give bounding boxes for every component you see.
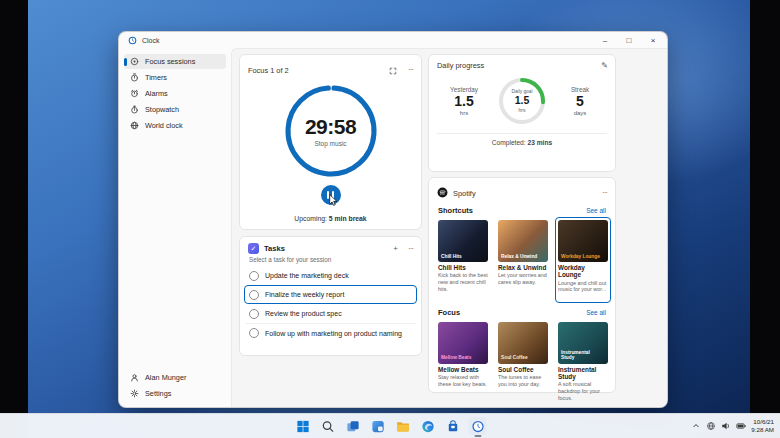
sidebar-item-timers[interactable]: Timers <box>124 70 226 85</box>
album-art-label: Mellow Beats <box>441 355 483 360</box>
stat-value: 5 <box>560 93 600 109</box>
sidebar-item-label: Stopwatch <box>145 105 179 114</box>
focus-header: Focus 1 of 2 <box>248 66 384 75</box>
task-radio[interactable] <box>249 328 259 338</box>
album-art: Workday Lounge <box>558 220 608 262</box>
taskbar: 10/6/21 9:28 AM <box>0 413 780 438</box>
focus-session-card: Focus 1 of 2 ··· 29:58 Stop music <box>239 54 422 230</box>
window-title: Clock <box>142 37 160 44</box>
add-task-icon[interactable]: + <box>393 245 397 253</box>
titlebar[interactable]: Clock – □ × <box>119 32 667 48</box>
album-art-label: Relax & Unwind <box>501 254 543 259</box>
close-button[interactable]: × <box>641 32 665 48</box>
playlist-card-relax-unwind[interactable]: Relax & Unwind Relax & Unwind Let your w… <box>495 217 551 303</box>
task-item[interactable]: Follow up with marketing on product nami… <box>245 323 416 342</box>
sidebar-item-alarms[interactable]: Alarms <box>124 86 226 101</box>
clock-app-taskbar-icon[interactable] <box>469 417 487 435</box>
upcoming-label: Upcoming: <box>294 215 327 222</box>
more-options-icon[interactable]: ··· <box>408 245 413 253</box>
stop-music-label[interactable]: Stop music <box>314 140 346 147</box>
avatar-icon <box>130 373 139 382</box>
playlist-card-instrumental-study[interactable]: Instrumental Study Instrumental Study A … <box>555 319 611 405</box>
widgets-icon[interactable] <box>369 417 387 435</box>
expand-icon[interactable] <box>389 61 397 79</box>
playlist-desc: Stay relaxed with these low key beats. <box>438 374 488 394</box>
daily-progress-title: Daily progress <box>437 61 590 70</box>
task-label: Finalize the weekly report <box>265 291 344 298</box>
playlist-card-chill-hits[interactable]: Chill Hits Chill Hits Kick back to the b… <box>435 217 491 303</box>
focus-sessions-icon <box>130 57 139 66</box>
alarm-icon <box>130 89 139 98</box>
daily-progress-card: Daily progress ✎ Yesterday 1.5 hrs <box>428 54 616 172</box>
task-radio[interactable] <box>249 309 259 319</box>
edit-pencil-icon[interactable]: ✎ <box>601 62 607 70</box>
stat-unit: days <box>560 110 600 116</box>
task-label: Update the marketing deck <box>265 272 349 279</box>
album-art: Relax & Unwind <box>498 220 548 262</box>
more-options-icon[interactable]: ··· <box>408 66 413 74</box>
stopwatch-icon <box>130 105 139 114</box>
maximize-button[interactable]: □ <box>617 32 641 48</box>
minimize-button[interactable]: – <box>593 32 617 48</box>
streak-stat: Streak 5 days <box>560 86 600 115</box>
yesterday-stat: Yesterday 1.5 hrs <box>444 86 484 115</box>
goal-value: 1.5 <box>515 94 530 107</box>
sidebar-item-label: Alarms <box>145 89 168 98</box>
task-radio[interactable] <box>249 290 259 300</box>
volume-icon[interactable] <box>721 417 731 435</box>
task-item[interactable]: Update the marketing deck <box>245 266 416 285</box>
stat-label: Yesterday <box>444 86 484 93</box>
sidebar-item-settings[interactable]: Settings <box>124 386 226 401</box>
focus-time-remaining: 29:58 <box>305 115 356 139</box>
album-art: Soul Coffee <box>498 322 548 364</box>
sidebar-item-user[interactable]: Alan Munger <box>124 370 226 385</box>
sidebar-item-focus-sessions[interactable]: Focus sessions <box>124 54 226 69</box>
tray-overflow-caret-icon[interactable] <box>691 417 701 435</box>
task-item[interactable]: Review the product spec <box>245 304 416 323</box>
focus-timer-ring: 29:58 Stop music <box>283 83 379 179</box>
see-all-link[interactable]: See all <box>586 207 606 214</box>
task-item-selected[interactable]: Finalize the weekly report <box>244 285 417 304</box>
upcoming-value: 5 min break <box>329 215 367 222</box>
more-options-icon[interactable]: ··· <box>602 189 607 197</box>
sidebar-item-label: Focus sessions <box>145 57 195 66</box>
start-button[interactable] <box>294 417 312 435</box>
system-tray: 10/6/21 9:28 AM <box>691 414 774 438</box>
edge-browser-icon[interactable] <box>419 417 437 435</box>
tray-date: 10/6/21 <box>751 418 774 426</box>
network-icon[interactable] <box>706 417 716 435</box>
playlist-card-workday-lounge[interactable]: Workday Lounge Workday Lounge Lounge and… <box>555 217 611 303</box>
album-art-label: Soul Coffee <box>501 355 543 360</box>
clock-datetime[interactable]: 10/6/21 9:28 AM <box>751 418 774 435</box>
playlist-desc: Let your worries and cares slip away. <box>498 272 548 292</box>
battery-icon[interactable] <box>736 417 746 435</box>
task-view-icon[interactable] <box>344 417 362 435</box>
completed-value: 23 mins <box>528 139 553 146</box>
store-icon[interactable] <box>444 417 462 435</box>
playlist-title: Relax & Unwind <box>498 264 548 271</box>
sidebar: Focus sessions Timers Alarms Stopwatch W… <box>119 48 231 407</box>
album-art-label: Workday Lounge <box>561 254 603 259</box>
stat-label: Streak <box>560 86 600 93</box>
selection-accent <box>124 58 127 66</box>
playlist-desc: The tunes to ease you into your day. <box>498 374 548 394</box>
tasks-check-icon: ✓ <box>248 243 259 254</box>
tasks-card: ✓ Tasks + ··· Select a task for your ses… <box>239 236 422 356</box>
sidebar-item-world-clock[interactable]: World clock <box>124 118 226 133</box>
playlist-title: Mellow Beats <box>438 366 488 373</box>
playlist-card-mellow-beats[interactable]: Mellow Beats Mellow Beats Stay relaxed w… <box>435 319 491 405</box>
task-radio[interactable] <box>249 271 259 281</box>
playlist-card-soul-coffee[interactable]: Soul Coffee Soul Coffee The tunes to eas… <box>495 319 551 405</box>
album-art: Mellow Beats <box>438 322 488 364</box>
search-icon[interactable] <box>319 417 337 435</box>
sidebar-item-stopwatch[interactable]: Stopwatch <box>124 102 226 117</box>
playlist-title: Soul Coffee <box>498 366 548 373</box>
file-explorer-icon[interactable] <box>394 417 412 435</box>
task-label: Review the product spec <box>265 310 342 317</box>
playlist-title: Instrumental Study <box>558 366 608 381</box>
playlist-desc: Kick back to the best new and recent chi… <box>438 272 488 292</box>
see-all-link[interactable]: See all <box>586 309 606 316</box>
sidebar-item-label: Timers <box>145 73 167 82</box>
album-art: Instrumental Study <box>558 322 608 364</box>
playlist-desc: A soft musical backdrop for your focus. <box>558 381 608 401</box>
